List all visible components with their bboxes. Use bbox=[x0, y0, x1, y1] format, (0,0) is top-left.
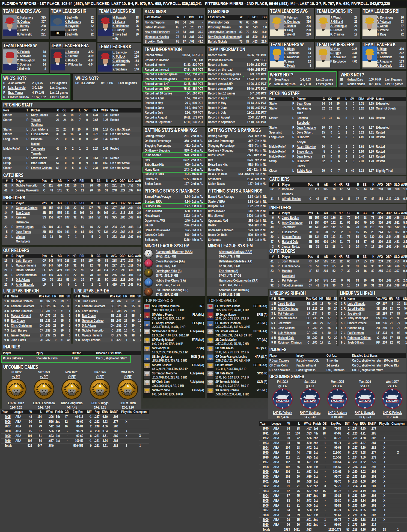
svg-text:TARPONS: TARPONS bbox=[360, 400, 371, 403]
svg-text:TARPONS: TARPONS bbox=[305, 400, 316, 403]
svg-text:TARPONS: TARPONS bbox=[387, 400, 398, 403]
svg-text:TARPONS: TARPONS bbox=[277, 400, 288, 403]
svg-text:TARPONS: TARPONS bbox=[332, 400, 343, 403]
